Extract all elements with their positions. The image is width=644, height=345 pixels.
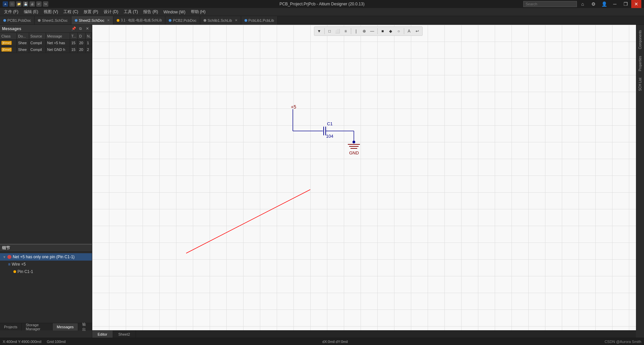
new-icon[interactable]: □ xyxy=(9,1,15,7)
msg2-t: 15 xyxy=(70,46,78,53)
side-tab-components[interactable]: Components xyxy=(638,28,643,51)
message-row-1[interactable]: [Error] Shee Compil Net +5 has 15 20 1 xyxy=(0,40,92,46)
menu-design[interactable]: 设计 (D) xyxy=(101,8,121,15)
status-watermark: CSDN @Aurora Smith xyxy=(604,340,641,344)
menu-project[interactable]: 工程 (C) xyxy=(61,8,81,15)
bottom-tab-messages[interactable]: Messages xyxy=(53,323,78,331)
side-tab-properties[interactable]: Properties xyxy=(638,54,643,73)
open-icon[interactable]: 📁 xyxy=(16,1,21,7)
tool-circle[interactable]: ○ xyxy=(395,27,402,35)
search-input[interactable] xyxy=(523,1,577,7)
tab-dot-pcb2 xyxy=(169,19,171,22)
sep-1 xyxy=(324,28,325,34)
tool-cross[interactable]: ⊕ xyxy=(361,27,368,35)
messages-pin-button[interactable]: 📌 xyxy=(71,26,76,31)
messages-float-button[interactable]: ⧉ xyxy=(78,26,83,31)
tool-rect-select[interactable]: ⬜ xyxy=(334,27,341,35)
tool-line[interactable]: ≡ xyxy=(342,27,350,35)
tool-horiz[interactable]: — xyxy=(369,27,376,35)
tree-item-net-error[interactable]: ▼ Net +5 has only one pin (Pin C1-1) xyxy=(0,253,92,261)
msg2-class: [Error] xyxy=(0,46,17,53)
bottom-tab-storage[interactable]: Storage Manager xyxy=(22,323,53,331)
minimize-button[interactable]: ─ xyxy=(610,0,620,8)
tab-label-schlib: 3.1 · 电阻-电容-电感.SchLib xyxy=(121,18,162,23)
user-button[interactable]: 👤 xyxy=(599,0,609,8)
window-title: PCB_Project.PrjPcb - Altium Designer (20… xyxy=(279,2,364,6)
annotation-red-line xyxy=(186,190,310,253)
tab-schlib1[interactable]: Schlib1.SchLib ✕ xyxy=(200,16,241,25)
messages-panel-title: Messages xyxy=(2,26,21,31)
tab-pcb2[interactable]: PCB2.PcbDoc xyxy=(165,16,200,25)
tab-close-sheet2[interactable]: ✕ xyxy=(107,18,110,22)
menu-edit[interactable]: 编辑 (E) xyxy=(21,8,41,15)
tool-fill[interactable]: ■ xyxy=(379,27,386,35)
msg1-doc: Shee xyxy=(17,40,29,46)
bottom-tab-output[interactable]: 输出 xyxy=(78,323,93,331)
col-t: T... xyxy=(70,33,78,39)
tool-text[interactable]: A xyxy=(406,27,413,35)
schematic-panel: ▼ □ ⬜ ≡ | ⊕ — ■ ◆ ○ A ↩ +5 xyxy=(92,25,644,338)
menu-file[interactable]: 文件 (F) xyxy=(1,8,21,15)
messages-close-button[interactable]: ✕ xyxy=(85,26,90,31)
tab-sheet2[interactable]: Sheet2.SchDoc ✕ xyxy=(71,16,113,25)
tool-filter[interactable]: ▼ xyxy=(316,27,323,35)
schematic-toolbar: ▼ □ ⬜ ≡ | ⊕ — ■ ◆ ○ A ↩ xyxy=(314,26,423,36)
tab-sheet1[interactable]: Sheet1.SchDoc xyxy=(35,16,71,25)
menu-view[interactable]: 视图 (V) xyxy=(41,8,61,15)
menu-reports[interactable]: 报告 (R) xyxy=(141,8,161,15)
side-tab-schlist[interactable]: SCH List xyxy=(638,76,643,93)
tree-item-pin[interactable]: Pin C1-1 xyxy=(0,268,92,275)
tool-polygon[interactable]: ◆ xyxy=(387,27,394,35)
status-grid: Grid:100mil xyxy=(47,340,65,344)
settings-button[interactable]: ⚙ xyxy=(588,0,598,8)
tree-item-wire[interactable]: ≡ Wire +5 xyxy=(0,261,92,268)
msg1-text: Net +5 has xyxy=(46,40,70,46)
print-icon[interactable]: 🖨 xyxy=(30,1,35,7)
tab-dot-pcblib1 xyxy=(245,19,247,22)
tab-label-schlib1: Schlib1.SchLib xyxy=(208,18,232,22)
sep-4 xyxy=(404,28,404,34)
editor-tabs: Editor Sheet2 xyxy=(92,330,636,338)
col-class: Class xyxy=(0,33,17,39)
save-icon[interactable]: 💾 xyxy=(23,1,28,7)
msg2-doc: Shee xyxy=(17,46,29,53)
col-doc: Do... xyxy=(17,33,29,39)
menu-bar: 文件 (F) 编辑 (E) 视图 (V) 工程 (C) 放置 (P) 设计 (D… xyxy=(0,8,644,16)
wire-icon: ≡ xyxy=(8,262,10,267)
tool-select[interactable]: □ xyxy=(326,27,333,35)
message-row-2[interactable]: [Error] Shee Compil Net GND h 15 20 2 xyxy=(0,46,92,53)
home-button[interactable]: ⌂ xyxy=(578,0,588,8)
menu-help[interactable]: 帮助 (H) xyxy=(188,8,208,15)
detail-panel-header: 细节 xyxy=(0,245,92,252)
msg2-source: Compil xyxy=(29,46,46,53)
tab-label-pcb2: PCB2.PcbDoc xyxy=(173,18,196,22)
tab-dot-schlib xyxy=(117,19,119,22)
pin-dot-icon xyxy=(13,270,16,273)
tab-pcb1[interactable]: PCB1.PcbDoc xyxy=(0,16,35,25)
col-n: N. xyxy=(86,33,92,39)
editor-tab-sheet2[interactable]: Sheet2 xyxy=(113,331,136,338)
status-bar: X:400mil Y:4900.000mil Grid:100mil dX:0m… xyxy=(0,338,644,345)
tab-label-sheet1: Sheet1.SchDoc xyxy=(42,18,67,22)
maximize-button[interactable]: ❐ xyxy=(621,0,631,8)
bottom-tab-projects[interactable]: Projects xyxy=(0,323,22,331)
tab-pcblib1[interactable]: PcbLib1.PcbLib xyxy=(241,16,278,25)
tab-label-sheet2: Sheet2.SchDoc xyxy=(79,18,104,22)
undo-icon[interactable]: ↩ xyxy=(36,1,42,7)
menu-place[interactable]: 放置 (P) xyxy=(81,8,101,15)
menu-tools[interactable]: 工具 (T) xyxy=(121,8,141,15)
error-badge-2: [Error] xyxy=(1,48,12,52)
close-button[interactable]: ✕ xyxy=(631,0,641,8)
tool-undo-arc[interactable]: ↩ xyxy=(414,27,421,35)
junction-dot xyxy=(353,141,355,143)
tab-schlib[interactable]: 3.1 · 电阻-电容-电感.SchLib xyxy=(113,16,165,25)
title-bar: A □ 📁 💾 🖨 ↩ ↪ PCB_Project.PrjPcb - Altiu… xyxy=(0,0,644,8)
redo-icon[interactable]: ↪ xyxy=(43,1,48,7)
messages-empty-space xyxy=(0,138,92,244)
tool-vert[interactable]: | xyxy=(353,27,360,35)
editor-tab-editor[interactable]: Editor xyxy=(92,331,113,338)
menu-window[interactable]: Window (W) xyxy=(161,9,188,15)
power-label: +5 xyxy=(291,104,296,110)
tree-label-wire: Wire +5 xyxy=(12,262,26,267)
tab-close-schlib1[interactable]: ✕ xyxy=(235,18,237,22)
